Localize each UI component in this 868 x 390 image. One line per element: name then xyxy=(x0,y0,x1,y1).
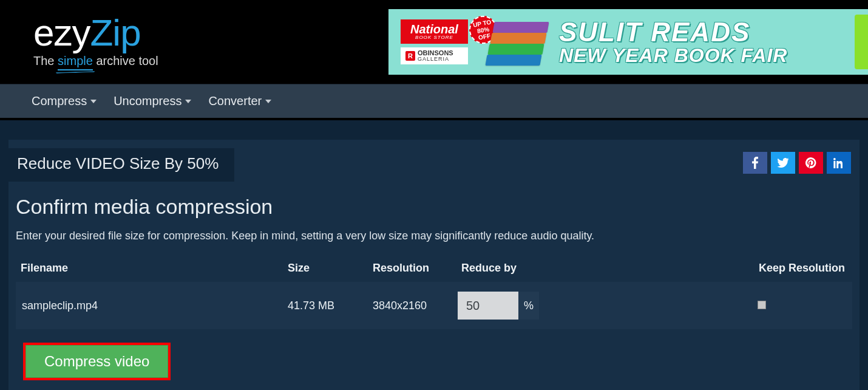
nav-label: Uncompress xyxy=(114,94,181,108)
cell-filename: sampleclip.mp4 xyxy=(16,282,283,329)
logo-part-zip: Zip xyxy=(90,12,140,53)
panel-header: Reduce VIDEO Size By 50% xyxy=(8,140,860,182)
chevron-down-icon xyxy=(185,100,191,103)
ad-badge-robinsons: R OBINSONS GALLERIA xyxy=(401,47,468,64)
ad-badge-national: National BOOK STORE xyxy=(401,19,468,44)
main-nav: Compress Uncompress Converter xyxy=(0,84,868,120)
logo-tag-post: archive tool xyxy=(93,54,158,67)
panel-content: Confirm media compression Enter your des… xyxy=(8,182,860,380)
logo: ezyZip xyxy=(33,14,388,52)
chevron-down-icon xyxy=(265,100,271,103)
ad-books-icon: UP TO 80% OFF xyxy=(480,15,547,69)
th-resolution: Resolution xyxy=(368,257,453,282)
facebook-icon xyxy=(752,157,758,169)
linkedin-icon xyxy=(833,157,844,168)
nav-compress[interactable]: Compress xyxy=(32,94,97,108)
nav-label: Compress xyxy=(32,94,87,108)
ad-banner[interactable]: National BOOK STORE R OBINSONS GALLERIA … xyxy=(388,9,868,75)
ad-headline: SULIT READS NEW YEAR BOOK FAIR xyxy=(559,19,788,65)
nav-converter[interactable]: Converter xyxy=(208,94,271,108)
th-reduce: Reduce by xyxy=(453,257,671,282)
reduce-percent-input[interactable] xyxy=(458,292,518,320)
logo-tag-simple: simple xyxy=(58,54,93,70)
ad-price-tag-icon xyxy=(855,15,868,69)
files-table: Filename Size Resolution Reduce by Keep … xyxy=(16,257,852,329)
share-linkedin[interactable] xyxy=(827,152,851,174)
logo-tagline: The simple archive tool xyxy=(33,54,388,70)
top-bar: ezyZip The simple archive tool National … xyxy=(0,0,868,84)
cell-keep-resolution xyxy=(671,282,852,329)
th-filename: Filename xyxy=(16,257,283,282)
keep-resolution-checkbox[interactable] xyxy=(758,301,766,309)
share-twitter[interactable] xyxy=(771,152,795,174)
chevron-down-icon xyxy=(90,100,97,103)
section-title: Confirm media compression xyxy=(16,195,852,219)
cell-reduce: % xyxy=(453,282,671,329)
share-pinterest[interactable] xyxy=(799,152,823,174)
th-size: Size xyxy=(283,257,368,282)
cta-wrap: Compress video xyxy=(16,329,852,380)
logo-part-ezy: ezy xyxy=(33,12,90,53)
main-panel: Reduce VIDEO Size By 50% Confirm media c… xyxy=(8,140,860,390)
cell-size: 41.73 MB xyxy=(283,282,368,329)
logo-tag-pre: The xyxy=(33,54,58,67)
pinterest-icon xyxy=(805,157,816,168)
ad-badges: National BOOK STORE R OBINSONS GALLERIA xyxy=(401,19,468,64)
th-keep-resolution: Keep Resolution xyxy=(671,257,852,282)
logo-block[interactable]: ezyZip The simple archive tool xyxy=(33,14,388,70)
cta-highlight: Compress video xyxy=(23,343,171,380)
share-facebook[interactable] xyxy=(743,152,767,174)
page-body: Reduce VIDEO Size By 50% Confirm media c… xyxy=(0,120,868,390)
twitter-icon xyxy=(777,158,789,168)
tab-reduce-video[interactable]: Reduce VIDEO Size By 50% xyxy=(8,148,234,182)
social-share xyxy=(743,152,851,174)
nav-uncompress[interactable]: Uncompress xyxy=(114,94,191,108)
percent-label: % xyxy=(518,292,539,320)
cell-resolution: 3840x2160 xyxy=(368,282,453,329)
nav-label: Converter xyxy=(208,94,262,108)
section-description: Enter your desired file size for compres… xyxy=(16,230,852,242)
compress-video-button[interactable]: Compress video xyxy=(25,345,168,378)
table-row: sampleclip.mp4 41.73 MB 3840x2160 % xyxy=(16,282,852,329)
